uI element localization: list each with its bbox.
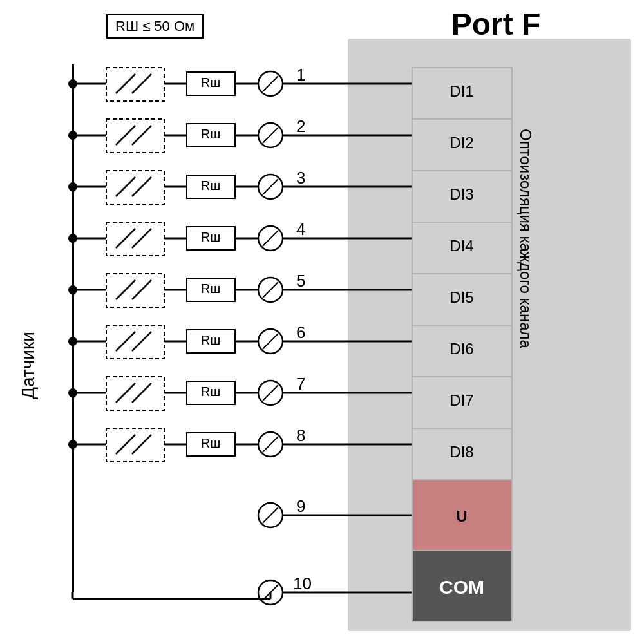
diagram: Port F Оптоизоляция каждого канала Датчи… <box>0 0 644 644</box>
svg-text:DI8: DI8 <box>450 443 473 460</box>
svg-text:DI5: DI5 <box>450 289 473 306</box>
svg-text:DI1: DI1 <box>450 82 473 100</box>
svg-text:Rш: Rш <box>201 384 221 399</box>
svg-text:COM: COM <box>439 576 484 598</box>
svg-text:Rш: Rш <box>201 127 221 141</box>
svg-text:Rш: Rш <box>201 281 221 296</box>
svg-rect-80 <box>106 377 164 410</box>
svg-rect-15 <box>106 119 164 153</box>
svg-text:9: 9 <box>296 497 305 516</box>
svg-text:DI6: DI6 <box>450 340 473 357</box>
svg-text:10: 10 <box>293 574 312 593</box>
svg-text:DI3: DI3 <box>450 185 473 203</box>
svg-text:2: 2 <box>296 117 305 136</box>
svg-text:4: 4 <box>296 220 305 239</box>
svg-rect-67 <box>106 325 164 359</box>
svg-text:Rш: Rш <box>201 436 221 450</box>
diagram-svg: Rш 1 Rш 2 Rш 3 <box>0 0 644 644</box>
svg-text:DI4: DI4 <box>450 237 473 254</box>
svg-rect-28 <box>106 171 164 204</box>
svg-text:Rш: Rш <box>201 75 221 90</box>
svg-rect-41 <box>106 222 164 256</box>
svg-text:6: 6 <box>296 323 305 342</box>
svg-text:7: 7 <box>296 374 305 393</box>
svg-rect-93 <box>106 428 164 462</box>
svg-text:DI2: DI2 <box>450 134 473 151</box>
svg-text:Rш: Rш <box>201 178 221 193</box>
svg-text:Rш: Rш <box>201 230 221 244</box>
svg-text:1: 1 <box>296 65 305 84</box>
svg-text:5: 5 <box>296 271 305 290</box>
svg-text:U: U <box>456 507 467 525</box>
svg-text:DI7: DI7 <box>450 392 473 409</box>
svg-rect-2 <box>106 68 164 101</box>
svg-text:3: 3 <box>296 168 305 187</box>
svg-rect-54 <box>106 274 164 307</box>
svg-text:Rш: Rш <box>201 333 221 347</box>
svg-text:8: 8 <box>296 426 305 445</box>
